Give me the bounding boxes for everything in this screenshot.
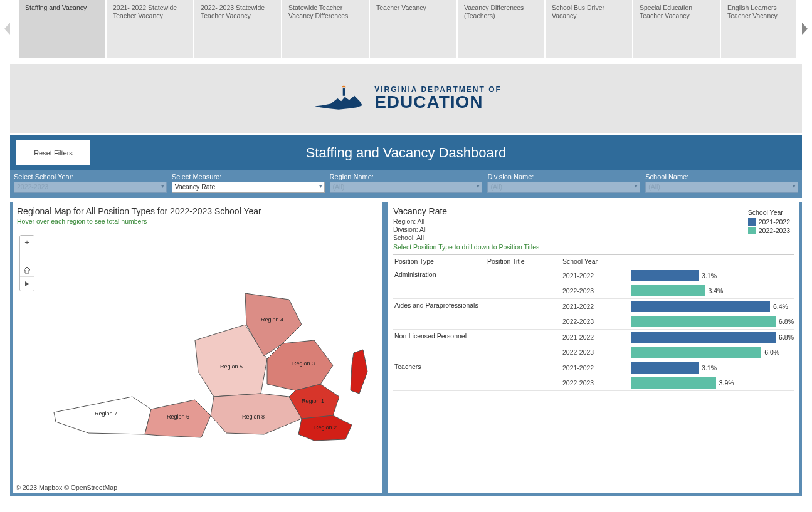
region-label: Region 3 xyxy=(292,360,315,367)
zoom-out-button[interactable]: − xyxy=(20,249,34,263)
tab-8[interactable]: English Learners Teacher Vacancy xyxy=(721,0,796,58)
tab-3[interactable]: Statewide Teacher Vacancy Differences xyxy=(282,0,370,58)
bar-row[interactable]: 2022-20233.4% xyxy=(562,283,794,298)
bar[interactable] xyxy=(631,377,716,389)
chart-legend: School Year 2021-2022 2022-2023 xyxy=(748,209,790,234)
region-label: Region 4 xyxy=(261,316,283,323)
filter-label: Select Measure: xyxy=(172,173,325,180)
bar[interactable] xyxy=(631,347,761,358)
legend-label: 2021-2022 xyxy=(759,218,790,226)
position-title-cell xyxy=(487,360,562,390)
bar-value-label: 3.9% xyxy=(719,379,734,387)
school-year-select[interactable]: 2022-2023 xyxy=(14,182,167,193)
bar-row[interactable]: 2021-20223.1% xyxy=(562,268,794,283)
legend-item-2021[interactable]: 2021-2022 xyxy=(748,218,790,226)
bar-year-label: 2022-2023 xyxy=(562,318,631,325)
map-panel: Regional Map for All Position Types for … xyxy=(13,202,382,494)
position-type-label: Non-Licensed Personnel xyxy=(393,330,487,360)
chart-header-row: Position Type Position Title School Year xyxy=(393,254,794,268)
bar[interactable] xyxy=(631,301,770,312)
bar-row[interactable]: 2021-20223.1% xyxy=(562,360,794,375)
bar-value-label: 3.4% xyxy=(708,287,723,295)
bar-row[interactable]: 2022-20236.8% xyxy=(562,314,794,329)
bar-value-label: 3.1% xyxy=(702,364,717,372)
virginia-region-map[interactable]: Region 7 Region 6 Region 5 Region 4 Regi… xyxy=(51,290,371,478)
bar-year-label: 2021-2022 xyxy=(562,272,631,280)
bar-group[interactable]: Administration2021-20223.1%2022-20233.4% xyxy=(393,268,794,299)
tab-4[interactable]: Teacher Vacancy xyxy=(370,0,458,58)
bar-group[interactable]: Aides and Paraprofessionals2021-20226.4%… xyxy=(393,299,794,330)
svg-marker-2 xyxy=(342,85,346,87)
position-title-cell xyxy=(487,330,562,360)
region-label: Region 2 xyxy=(314,424,337,431)
header-position-type: Position Type xyxy=(393,258,487,265)
vdoe-logo: VIRGINIA DEPARTMENT OF EDUCATION xyxy=(310,85,502,112)
svg-marker-0 xyxy=(315,96,362,110)
bar-year-label: 2022-2023 xyxy=(562,287,631,295)
chevron-right-icon xyxy=(801,21,809,36)
zoom-home-button[interactable] xyxy=(20,263,34,277)
school-select[interactable]: (All) xyxy=(645,182,798,193)
tab-scroll-left[interactable] xyxy=(1,0,13,58)
bar-value-label: 6.4% xyxy=(773,303,788,310)
bar-year-label: 2022-2023 xyxy=(562,348,631,356)
bar-year-label: 2021-2022 xyxy=(562,333,631,341)
bar[interactable] xyxy=(631,332,776,343)
tab-2[interactable]: 2022- 2023 Statewide Teacher Vacancy xyxy=(194,0,282,58)
map-tools: + − xyxy=(19,235,34,291)
logo-main-text: EDUCATION xyxy=(374,93,502,111)
bar[interactable] xyxy=(631,270,699,281)
bar-row[interactable]: 2022-20233.9% xyxy=(562,375,794,390)
region-label: Region 5 xyxy=(220,363,243,370)
bar-row[interactable]: 2022-20236.0% xyxy=(562,345,794,360)
bar-year-label: 2021-2022 xyxy=(562,364,631,372)
chevron-left-icon xyxy=(3,21,11,36)
position-type-label: Administration xyxy=(393,268,487,298)
measure-select[interactable]: Vacancy Rate xyxy=(172,182,325,193)
bar-group[interactable]: Non-Licensed Personnel2021-20226.8%2022-… xyxy=(393,330,794,360)
division-select[interactable]: (All) xyxy=(487,182,640,193)
bar[interactable] xyxy=(631,285,705,296)
bar-row[interactable]: 2021-20226.4% xyxy=(562,299,794,314)
tab-1[interactable]: 2021- 2022 Statewide Teacher Vacancy xyxy=(107,0,194,58)
tab-scroll-right[interactable] xyxy=(799,0,811,58)
bar-group[interactable]: Teachers2021-20223.1%2022-20233.9% xyxy=(393,360,794,391)
dashboard-title: Staffing and Vacancy Dashboard xyxy=(10,145,802,161)
filter-school: School Name: (All) xyxy=(645,173,798,193)
map-subtitle: Hover over each region to see total numb… xyxy=(17,217,379,225)
filter-label: Region Name: xyxy=(330,173,483,180)
bar[interactable] xyxy=(631,316,776,327)
chart-meta-school: School: All xyxy=(393,234,794,242)
bar-row[interactable]: 2021-20226.8% xyxy=(562,330,794,345)
legend-label: 2022-2023 xyxy=(759,227,790,234)
legend-swatch xyxy=(748,227,756,234)
position-type-label: Aides and Paraprofessionals xyxy=(393,299,487,329)
lower-content: Regional Map for All Position Types for … xyxy=(10,202,802,496)
legend-title: School Year xyxy=(748,209,790,216)
state-silhouette-icon xyxy=(310,85,367,112)
bar-value-label: 6.8% xyxy=(779,333,794,341)
position-title-cell xyxy=(487,268,562,298)
tab-strip: Staffing and Vacancy2021- 2022 Statewide… xyxy=(0,0,812,58)
zoom-in-button[interactable]: + xyxy=(20,236,34,249)
bar-value-label: 3.1% xyxy=(702,272,717,280)
reset-filters-button[interactable]: Reset Filters xyxy=(16,140,90,165)
region-select[interactable]: (All) xyxy=(330,182,483,193)
map-more-button[interactable] xyxy=(20,277,34,291)
bar-value-label: 6.8% xyxy=(779,318,794,325)
legend-item-2022[interactable]: 2022-2023 xyxy=(748,227,790,234)
legend-swatch xyxy=(748,218,756,226)
region-label: Region 6 xyxy=(167,414,189,420)
logo-bar: VIRGINIA DEPARTMENT OF EDUCATION xyxy=(10,64,802,133)
tab-5[interactable]: Vacancy Differences (Teachers) xyxy=(458,0,546,58)
chart-panel: Vacancy Rate Region: All Division: All S… xyxy=(388,202,799,494)
tab-7[interactable]: Special Education Teacher Vacancy xyxy=(633,0,721,58)
tab-6[interactable]: School Bus Driver Vacancy xyxy=(546,0,633,58)
tab-0[interactable]: Staffing and Vacancy xyxy=(19,0,107,58)
bar-year-label: 2022-2023 xyxy=(562,379,631,387)
position-title-cell xyxy=(487,299,562,329)
map-eastern-shore[interactable] xyxy=(351,350,367,394)
bar[interactable] xyxy=(631,362,699,374)
filter-bar: Select School Year: 2022-2023 Select Mea… xyxy=(10,170,802,198)
chart-instruction: Select Position Type to drill down to Po… xyxy=(393,243,794,251)
